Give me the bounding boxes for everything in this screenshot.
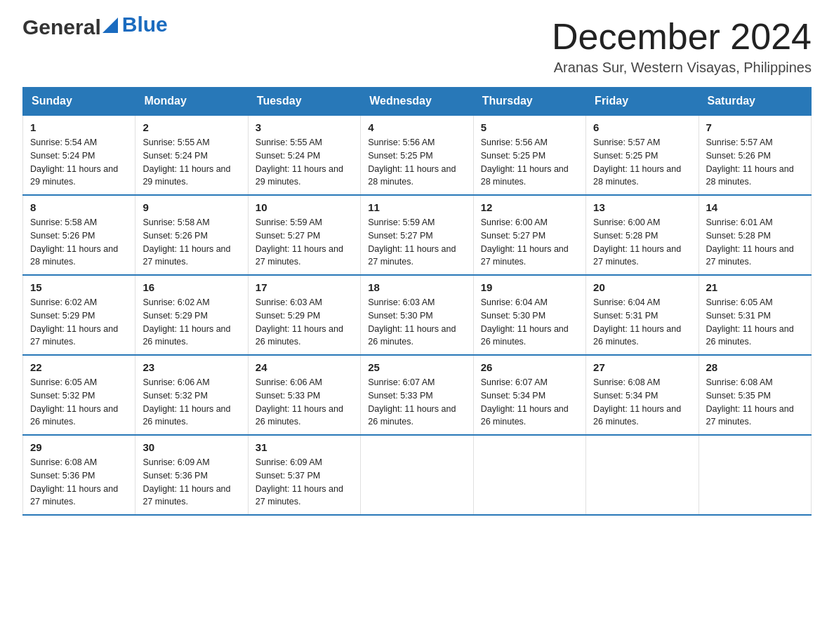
daylight-label: Daylight: 11 hours and 27 minutes. <box>706 244 794 267</box>
table-row: 16 Sunrise: 6:02 AM Sunset: 5:29 PM Dayl… <box>135 275 248 355</box>
day-info: Sunrise: 6:08 AM Sunset: 5:35 PM Dayligh… <box>706 376 804 429</box>
svg-marker-0 <box>102 18 118 33</box>
day-info: Sunrise: 5:59 AM Sunset: 5:27 PM Dayligh… <box>256 216 353 269</box>
sunrise-label: Sunrise: 5:56 AM <box>368 137 435 147</box>
day-info: Sunrise: 5:58 AM Sunset: 5:26 PM Dayligh… <box>143 216 240 269</box>
daylight-label: Daylight: 11 hours and 27 minutes. <box>143 484 230 507</box>
daylight-label: Daylight: 11 hours and 27 minutes. <box>593 244 681 267</box>
day-info: Sunrise: 5:59 AM Sunset: 5:27 PM Dayligh… <box>368 216 465 269</box>
daylight-label: Daylight: 11 hours and 27 minutes. <box>256 244 343 267</box>
sunset-label: Sunset: 5:25 PM <box>368 151 432 161</box>
day-number: 20 <box>593 281 691 293</box>
day-info: Sunrise: 6:03 AM Sunset: 5:30 PM Dayligh… <box>368 296 465 349</box>
daylight-label: Daylight: 11 hours and 29 minutes. <box>30 164 118 187</box>
header-wednesday: Wednesday <box>361 88 473 116</box>
day-info: Sunrise: 5:55 AM Sunset: 5:24 PM Dayligh… <box>143 136 240 189</box>
sunset-label: Sunset: 5:26 PM <box>706 151 771 161</box>
daylight-label: Daylight: 11 hours and 26 minutes. <box>30 404 118 427</box>
day-info: Sunrise: 5:54 AM Sunset: 5:24 PM Dayligh… <box>30 136 128 189</box>
day-info: Sunrise: 5:56 AM Sunset: 5:25 PM Dayligh… <box>368 136 465 189</box>
daylight-label: Daylight: 11 hours and 26 minutes. <box>368 404 456 427</box>
sunset-label: Sunset: 5:31 PM <box>593 311 658 321</box>
table-row: 1 Sunrise: 5:54 AM Sunset: 5:24 PM Dayli… <box>23 115 135 195</box>
daylight-label: Daylight: 11 hours and 27 minutes. <box>143 244 230 267</box>
day-number: 30 <box>143 441 240 453</box>
sunset-label: Sunset: 5:33 PM <box>256 391 320 401</box>
sunset-label: Sunset: 5:30 PM <box>368 311 432 321</box>
day-number: 27 <box>593 361 691 373</box>
day-info: Sunrise: 5:57 AM Sunset: 5:25 PM Dayligh… <box>593 136 691 189</box>
sunset-label: Sunset: 5:26 PM <box>30 231 95 241</box>
daylight-label: Daylight: 11 hours and 27 minutes. <box>368 244 456 267</box>
day-number: 11 <box>368 201 465 213</box>
calendar-week-row: 1 Sunrise: 5:54 AM Sunset: 5:24 PM Dayli… <box>23 115 812 195</box>
sunset-label: Sunset: 5:36 PM <box>143 471 207 481</box>
daylight-label: Daylight: 11 hours and 26 minutes. <box>143 324 230 347</box>
day-info: Sunrise: 6:06 AM Sunset: 5:33 PM Dayligh… <box>256 376 353 429</box>
table-row: 14 Sunrise: 6:01 AM Sunset: 5:28 PM Dayl… <box>699 195 811 275</box>
sunrise-label: Sunrise: 6:00 AM <box>481 217 548 227</box>
day-info: Sunrise: 5:58 AM Sunset: 5:26 PM Dayligh… <box>30 216 128 269</box>
calendar-week-row: 8 Sunrise: 5:58 AM Sunset: 5:26 PM Dayli… <box>23 195 812 275</box>
day-number: 3 <box>256 121 353 133</box>
day-number: 14 <box>706 201 804 213</box>
daylight-label: Daylight: 11 hours and 27 minutes. <box>30 484 118 507</box>
table-row: 10 Sunrise: 5:59 AM Sunset: 5:27 PM Dayl… <box>248 195 360 275</box>
daylight-label: Daylight: 11 hours and 28 minutes. <box>593 164 681 187</box>
sunset-label: Sunset: 5:32 PM <box>30 391 95 401</box>
logo-blue-text: Blue <box>121 13 168 36</box>
sunrise-label: Sunrise: 6:03 AM <box>256 297 322 307</box>
day-number: 1 <box>30 121 128 133</box>
day-number: 22 <box>30 361 128 373</box>
sunset-label: Sunset: 5:31 PM <box>706 311 771 321</box>
daylight-label: Daylight: 11 hours and 29 minutes. <box>143 164 230 187</box>
day-info: Sunrise: 6:00 AM Sunset: 5:28 PM Dayligh… <box>593 216 691 269</box>
sunset-label: Sunset: 5:36 PM <box>30 471 95 481</box>
day-info: Sunrise: 6:09 AM Sunset: 5:36 PM Dayligh… <box>143 456 240 509</box>
table-row: 26 Sunrise: 6:07 AM Sunset: 5:34 PM Dayl… <box>473 355 585 435</box>
table-row: 22 Sunrise: 6:05 AM Sunset: 5:32 PM Dayl… <box>23 355 135 435</box>
header-thursday: Thursday <box>473 88 585 116</box>
daylight-label: Daylight: 11 hours and 26 minutes. <box>481 324 569 347</box>
day-number: 15 <box>30 281 128 293</box>
table-row: 13 Sunrise: 6:00 AM Sunset: 5:28 PM Dayl… <box>586 195 699 275</box>
sunset-label: Sunset: 5:29 PM <box>30 311 95 321</box>
daylight-label: Daylight: 11 hours and 26 minutes. <box>593 404 681 427</box>
sunset-label: Sunset: 5:34 PM <box>481 391 545 401</box>
table-row: 2 Sunrise: 5:55 AM Sunset: 5:24 PM Dayli… <box>135 115 248 195</box>
day-info: Sunrise: 6:09 AM Sunset: 5:37 PM Dayligh… <box>256 456 353 509</box>
table-row: 27 Sunrise: 6:08 AM Sunset: 5:34 PM Dayl… <box>586 355 699 435</box>
day-info: Sunrise: 6:07 AM Sunset: 5:33 PM Dayligh… <box>368 376 465 429</box>
sunset-label: Sunset: 5:35 PM <box>706 391 771 401</box>
table-row: 31 Sunrise: 6:09 AM Sunset: 5:37 PM Dayl… <box>248 435 360 515</box>
day-info: Sunrise: 6:02 AM Sunset: 5:29 PM Dayligh… <box>30 296 128 349</box>
day-number: 9 <box>143 201 240 213</box>
day-number: 24 <box>256 361 353 373</box>
day-number: 25 <box>368 361 465 373</box>
sunset-label: Sunset: 5:27 PM <box>368 231 432 241</box>
sunrise-label: Sunrise: 6:07 AM <box>368 377 435 387</box>
day-number: 4 <box>368 121 465 133</box>
sunrise-label: Sunrise: 6:04 AM <box>481 297 548 307</box>
daylight-label: Daylight: 11 hours and 28 minutes. <box>368 164 456 187</box>
table-row: 5 Sunrise: 5:56 AM Sunset: 5:25 PM Dayli… <box>473 115 585 195</box>
day-info: Sunrise: 6:00 AM Sunset: 5:27 PM Dayligh… <box>481 216 578 269</box>
daylight-label: Daylight: 11 hours and 26 minutes. <box>256 324 343 347</box>
daylight-label: Daylight: 11 hours and 28 minutes. <box>706 164 794 187</box>
day-info: Sunrise: 5:55 AM Sunset: 5:24 PM Dayligh… <box>256 136 353 189</box>
day-number: 10 <box>256 201 353 213</box>
sunrise-label: Sunrise: 6:01 AM <box>706 217 773 227</box>
calendar-week-row: 22 Sunrise: 6:05 AM Sunset: 5:32 PM Dayl… <box>23 355 812 435</box>
daylight-label: Daylight: 11 hours and 26 minutes. <box>143 404 230 427</box>
day-number: 23 <box>143 361 240 373</box>
day-number: 21 <box>706 281 804 293</box>
sunrise-label: Sunrise: 6:04 AM <box>593 297 660 307</box>
daylight-label: Daylight: 11 hours and 26 minutes. <box>706 324 794 347</box>
day-info: Sunrise: 6:05 AM Sunset: 5:31 PM Dayligh… <box>706 296 804 349</box>
month-title: December 2024 <box>552 17 812 57</box>
table-row <box>361 435 473 515</box>
sunrise-label: Sunrise: 5:56 AM <box>481 137 548 147</box>
sunrise-label: Sunrise: 5:55 AM <box>256 137 322 147</box>
sunset-label: Sunset: 5:30 PM <box>481 311 545 321</box>
sunrise-label: Sunrise: 5:55 AM <box>143 137 209 147</box>
